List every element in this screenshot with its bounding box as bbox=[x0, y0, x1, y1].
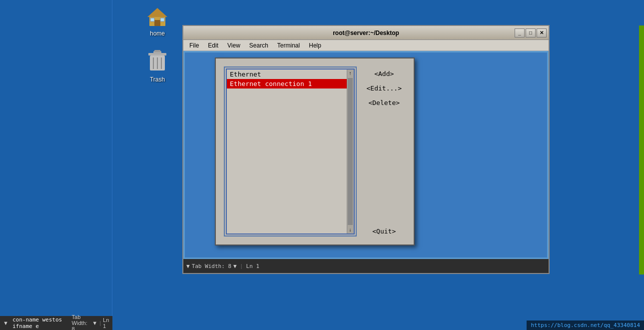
svg-rect-3 bbox=[150, 18, 154, 22]
trash-icon bbox=[145, 50, 169, 74]
tab-width[interactable]: Tab Width: 8 bbox=[72, 314, 90, 330]
tab-width-arrow[interactable]: ▼ bbox=[92, 320, 97, 326]
green-border-right bbox=[639, 26, 644, 274]
tab-width-terminal[interactable]: Tab Width: 8 bbox=[192, 263, 231, 270]
titlebar-buttons: _ □ ✕ bbox=[515, 28, 547, 38]
trash-icon-label: Trash bbox=[150, 76, 165, 83]
maximize-button[interactable]: □ bbox=[526, 28, 536, 38]
listbox-item-ethernet[interactable]: Ethernet connection 1 bbox=[227, 79, 354, 88]
home-icon-label: home bbox=[150, 30, 165, 37]
close-button[interactable]: ✕ bbox=[537, 28, 547, 38]
menu-terminal[interactable]: Terminal bbox=[273, 41, 304, 50]
ethernet-connection-label: Ethernet connection 1 bbox=[230, 80, 312, 88]
svg-marker-1 bbox=[147, 8, 167, 17]
menu-view[interactable]: View bbox=[223, 41, 244, 50]
nmtui-listbox: Ethernet Ethernet connection 1 ↑ ↓ bbox=[224, 66, 357, 236]
edit-button[interactable]: <Edit...> bbox=[363, 83, 406, 94]
scroll-thumb bbox=[348, 78, 353, 225]
url-bar: https://blog.csdn.net/qq_43340814 bbox=[527, 320, 644, 330]
line-number: Ln 1 bbox=[103, 317, 109, 329]
minimize-button[interactable]: _ bbox=[515, 28, 525, 38]
status-bar: ▼ con-name westos ifname e Tab Width: 8 … bbox=[0, 316, 112, 330]
svg-rect-4 bbox=[160, 18, 164, 22]
scroll-down-arrow[interactable]: ↓ bbox=[348, 226, 353, 234]
terminal-window: root@server:~/Desktop _ □ ✕ File Edit Vi… bbox=[182, 25, 550, 274]
command-text: con-name westos ifname e bbox=[12, 316, 68, 330]
menu-edit[interactable]: Edit bbox=[204, 41, 222, 50]
terminal-content: Ethernet Ethernet connection 1 ↑ ↓ bbox=[183, 51, 549, 259]
home-icon-container[interactable]: home bbox=[137, 4, 177, 37]
left-panel: home Trash bbox=[0, 0, 112, 330]
tab-width-terminal-arrow[interactable]: ▼ bbox=[233, 263, 237, 270]
listbox-inner: Ethernet Ethernet connection 1 ↑ ↓ bbox=[226, 68, 355, 234]
menu-help[interactable]: Help bbox=[305, 41, 325, 50]
terminal-bottom-bar: ▼ Tab Width: 8 ▼ | Ln 1 bbox=[183, 259, 549, 273]
dropdown-arrow[interactable]: ▼ bbox=[3, 320, 8, 326]
terminal-titlebar: root@server:~/Desktop _ □ ✕ bbox=[183, 26, 549, 40]
svg-rect-2 bbox=[154, 20, 160, 26]
terminal-menubar: File Edit View Search Terminal Help bbox=[183, 40, 549, 51]
listbox-header: Ethernet bbox=[227, 70, 354, 79]
nmtui-inner: Ethernet Ethernet connection 1 ↑ ↓ bbox=[216, 58, 414, 244]
quit-button[interactable]: <Quit> bbox=[363, 226, 406, 236]
terminal-title: root@server:~/Desktop bbox=[186, 30, 546, 36]
trash-icon-container[interactable]: Trash bbox=[137, 50, 177, 83]
menu-file[interactable]: File bbox=[185, 41, 203, 50]
desktop: home Trash bbox=[0, 0, 644, 330]
status-bar-right: Tab Width: 8 ▼ | Ln 1 bbox=[72, 314, 109, 330]
delete-button[interactable]: <Delete> bbox=[363, 98, 406, 108]
listbox-scrollbar: ↑ ↓ bbox=[347, 70, 354, 234]
bottom-bar-left: ▼ Tab Width: 8 ▼ bbox=[186, 263, 237, 270]
line-number-terminal: Ln 1 bbox=[246, 263, 260, 270]
svg-rect-11 bbox=[154, 50, 160, 52]
add-button[interactable]: <Add> bbox=[363, 68, 406, 79]
home-icon bbox=[145, 4, 169, 28]
nmtui-dialog: Ethernet Ethernet connection 1 ↑ ↓ bbox=[215, 58, 415, 246]
menu-search[interactable]: Search bbox=[245, 41, 272, 50]
dropdown-icon-terminal[interactable]: ▼ bbox=[186, 263, 190, 270]
scroll-up-arrow[interactable]: ↑ bbox=[348, 70, 353, 77]
nmtui-buttons: <Add> <Edit...> <Delete> <Quit> bbox=[363, 66, 406, 236]
